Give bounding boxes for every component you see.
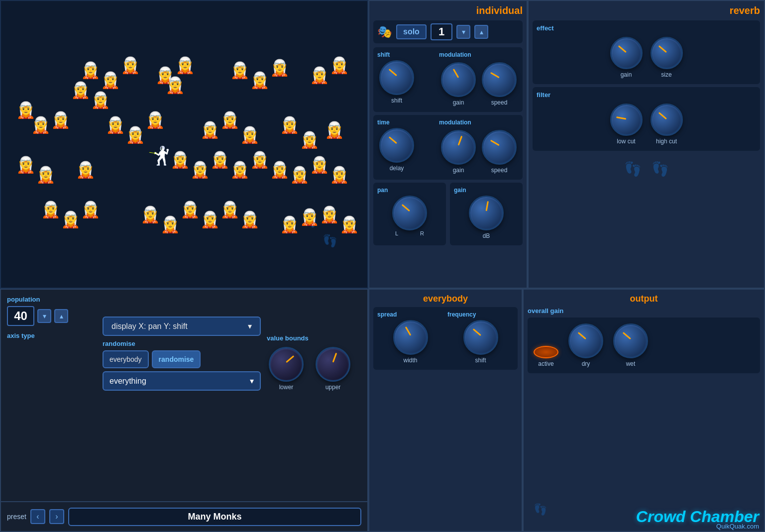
wet-knob[interactable] (613, 323, 648, 358)
crowd-character: 🧝 (310, 155, 329, 174)
reverb-gain-container: gain (610, 37, 643, 78)
time-modulation-label: modulation (439, 119, 519, 126)
active-container: active (534, 346, 558, 367)
population-up[interactable]: ▴ (54, 309, 68, 323)
spread-section: spread width (377, 311, 443, 366)
gain-knob[interactable] (469, 196, 504, 230)
crowd-character: 🧝 (280, 115, 300, 134)
crowd-character: 🧝 (250, 150, 270, 169)
reverb-size-knob[interactable] (651, 37, 683, 69)
pan-l-label: L (395, 230, 398, 236)
time-section: time delay modulation (373, 115, 523, 180)
individual-title: individual (373, 5, 523, 16)
high-cut-container: high cut (651, 104, 683, 145)
shift-mod-gain-knob[interactable] (441, 62, 476, 97)
solo-down-arrow[interactable]: ▾ (456, 25, 470, 39)
solo-up-arrow[interactable]: ▴ (474, 25, 488, 39)
crowd-character: 🧝 (270, 160, 290, 179)
time-mod-speed-knob[interactable] (482, 130, 517, 165)
frequency-section: frequency shift (447, 311, 514, 366)
lower-knob[interactable] (269, 347, 304, 382)
output-footprints: 👣 (534, 503, 547, 516)
randomise-button[interactable]: randomise (152, 350, 201, 368)
selected-character[interactable]: 🤺 (148, 145, 170, 166)
pan-label: pan (377, 187, 442, 194)
preset-bar: preset ‹ › Many Monks (1, 501, 367, 531)
time-mod-gain-label: gain (453, 167, 464, 174)
pan-knob[interactable] (392, 196, 427, 230)
delay-knob[interactable] (379, 128, 414, 163)
crowd-character: 🧝 (240, 125, 260, 144)
crowd-character: 🧝 (220, 110, 240, 129)
reverb-filter-section: filter low cut high cut (533, 87, 760, 151)
everything-dropdown[interactable]: everything ▾ (103, 371, 261, 391)
crowd-character: 🧝 (180, 200, 200, 219)
axis-type-label: axis type (7, 332, 97, 339)
upper-knob-container: upper (316, 347, 350, 391)
crowd-character: 🧝 (325, 120, 344, 139)
crowd-character: 🧝 (61, 210, 81, 229)
width-label: width (403, 357, 417, 364)
overall-gain-label: overall gain (528, 307, 760, 315)
reverb-footprints: 👣 👣 (533, 161, 760, 177)
crowd-character: 🧝 (250, 71, 270, 90)
upper-knob[interactable] (316, 347, 350, 382)
axis-randomise-section: display X: pan Y: shift ▾ randomise ever… (103, 296, 261, 391)
crowd-character: 🧝 (200, 210, 220, 229)
population-down[interactable]: ▾ (37, 309, 51, 323)
reverb-gain-knob[interactable] (610, 37, 643, 69)
frequency-shift-knob[interactable] (463, 320, 498, 355)
lower-knob-container: lower (269, 347, 304, 391)
shift-mod-gain-container: gain (441, 62, 476, 106)
crowd-character: 🧝 (91, 91, 110, 109)
output-panel: output overall gain active dry (523, 289, 765, 532)
dry-knob[interactable] (568, 323, 603, 358)
high-cut-knob[interactable] (651, 104, 683, 136)
solo-number: 1 (431, 23, 452, 40)
dry-label: dry (582, 360, 590, 367)
delay-knob-container: delay (379, 128, 414, 172)
axis-display[interactable]: display X: pan Y: shift ▾ (103, 317, 261, 336)
crowd-character: 🧝 (280, 215, 300, 234)
solo-row: 🎭 solo 1 ▾ ▴ (373, 20, 523, 43)
crowd-character: 🧝 (170, 150, 190, 169)
value-bounds-label: value bounds (267, 334, 361, 342)
high-cut-label: high cut (656, 138, 677, 145)
crowd-character: 🧝 (165, 76, 185, 95)
pan-gain-section: pan L R gain (373, 183, 523, 248)
active-button[interactable] (534, 346, 558, 358)
pan-section: pan L R (373, 183, 446, 245)
crowd-character: 🧝 (51, 110, 71, 129)
crowd-character: 🧝 (31, 115, 51, 134)
shift-mod-speed-label: speed (491, 99, 508, 106)
pan-knob-container: L R (379, 196, 440, 236)
population-section: population 40 ▾ ▴ axis type (7, 296, 97, 342)
output-title: output (528, 294, 760, 304)
low-cut-knob[interactable] (610, 104, 643, 136)
preset-prev[interactable]: ‹ (30, 509, 45, 524)
everybody-panel: everybody spread width frequency (368, 289, 523, 532)
upper-label: upper (326, 384, 341, 391)
wet-label: wet (626, 360, 636, 367)
preset-next[interactable]: › (49, 509, 64, 524)
solo-button[interactable]: solo (396, 24, 427, 39)
lower-label: lower (279, 384, 294, 391)
crowd-character: 🧝 (106, 115, 125, 134)
shift-knob[interactable] (379, 60, 414, 95)
wet-container: wet (613, 323, 648, 367)
shift-knob-label: shift (391, 97, 402, 104)
crowd-area[interactable]: 👣 👣 🧝 🧝 🧝 🧝 🧝 🧝 🧝 🧝 🧝 🧝 🧝 🧝 🧝 🧝 🧝 🧝 🧝 🧝 … (0, 0, 368, 289)
axis-type-section: axis type (7, 332, 97, 339)
crowd-character: 🧝 (320, 205, 339, 224)
everybody-button[interactable]: everybody (103, 350, 149, 368)
crowd-character: 🧝 (290, 165, 310, 184)
spread-width-knob[interactable] (393, 320, 428, 355)
shift-mod-speed-knob[interactable] (482, 62, 517, 97)
spread-width-container: width (379, 320, 441, 364)
randomise-buttons: everybody randomise (103, 350, 261, 368)
delay-label: delay (390, 165, 404, 172)
crowd-character: 🧝 (160, 215, 180, 234)
crowd-character: 🧝 (300, 130, 320, 149)
shift-knob-container: shift (379, 60, 414, 104)
time-mod-gain-knob[interactable] (441, 130, 476, 165)
